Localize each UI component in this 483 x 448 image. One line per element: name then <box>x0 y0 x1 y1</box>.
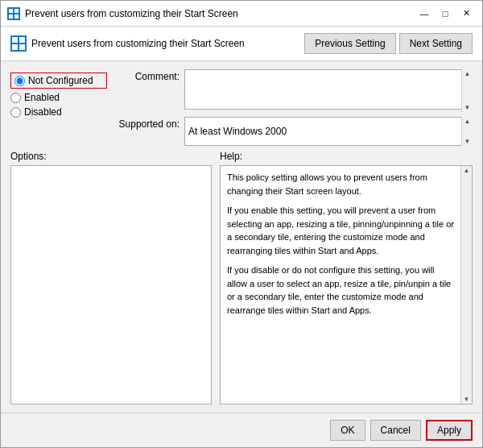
maximize-button[interactable]: □ <box>436 6 455 22</box>
supported-scroll-down: ▼ <box>464 137 472 146</box>
supported-on-value: At least Windows 2000 <box>188 126 301 137</box>
window-icon <box>7 7 20 20</box>
cancel-button[interactable]: Cancel <box>370 420 421 441</box>
comment-textarea[interactable] <box>184 69 473 110</box>
help-scroll-down: ▼ <box>463 395 471 404</box>
svg-rect-5 <box>19 37 25 43</box>
enabled-radio[interactable] <box>10 93 21 103</box>
title-bar-left: Prevent users from customizing their Sta… <box>7 7 238 20</box>
footer: OK Cancel Apply <box>1 413 482 447</box>
close-button[interactable]: ✕ <box>456 6 476 22</box>
not-configured-radio[interactable] <box>14 76 25 86</box>
help-label: Help: <box>220 151 473 162</box>
title-controls: — □ ✕ <box>415 6 476 22</box>
supported-scrollbar: ▲ ▼ <box>461 117 473 146</box>
help-paragraph-3: If you disable or do not configure this … <box>227 263 456 317</box>
next-setting-button[interactable]: Next Setting <box>399 33 473 54</box>
main-content: Not Configured Enabled Disabled Comment: <box>1 61 482 413</box>
help-paragraph-1: This policy setting allows you to preven… <box>227 171 456 197</box>
header-title: Prevent users from customizing their Sta… <box>31 38 245 49</box>
svg-rect-0 <box>9 9 13 13</box>
svg-rect-2 <box>9 15 13 19</box>
scroll-up-arrow: ▲ <box>464 69 472 78</box>
previous-setting-button[interactable]: Previous Setting <box>304 33 395 54</box>
disabled-label: Disabled <box>24 106 62 118</box>
apply-button[interactable]: Apply <box>426 420 473 441</box>
supported-on-box: At least Windows 2000 <box>184 117 473 146</box>
options-panel: Options: <box>10 151 212 404</box>
help-box: This policy setting allows you to preven… <box>220 165 473 404</box>
title-bar: Prevent users from customizing their Sta… <box>1 1 482 27</box>
svg-rect-3 <box>14 15 19 19</box>
comment-scrollbar: ▲ ▼ <box>461 69 473 112</box>
disabled-radio[interactable] <box>10 107 21 118</box>
comment-row: Comment: ▲ ▼ <box>115 69 473 112</box>
help-scroll-up: ▲ <box>463 166 471 175</box>
bottom-section: Options: Help: This policy setting allow… <box>10 151 473 404</box>
disabled-option[interactable]: Disabled <box>10 106 107 118</box>
window-title: Prevent users from customizing their Sta… <box>25 8 238 19</box>
enabled-option[interactable]: Enabled <box>10 92 107 103</box>
top-section: Not Configured Enabled Disabled Comment: <box>10 69 473 146</box>
svg-rect-6 <box>12 44 18 50</box>
svg-rect-7 <box>19 44 25 50</box>
right-section: Comment: ▲ ▼ Supported on: At <box>115 69 473 146</box>
scroll-down-arrow: ▼ <box>464 103 472 112</box>
minimize-button[interactable]: — <box>415 6 434 22</box>
svg-rect-4 <box>12 37 18 43</box>
main-window: Prevent users from customizing their Sta… <box>0 0 483 448</box>
options-box <box>10 165 212 404</box>
svg-rect-1 <box>14 9 19 13</box>
radio-group: Not Configured Enabled Disabled <box>10 69 107 146</box>
content-header-left: Prevent users from customizing their Sta… <box>10 35 245 52</box>
supported-scroll-up: ▲ <box>464 117 472 126</box>
not-configured-label: Not Configured <box>28 75 93 86</box>
content-header: Prevent users from customizing their Sta… <box>1 27 482 61</box>
header-buttons: Previous Setting Next Setting <box>304 33 473 54</box>
policy-icon <box>10 35 27 52</box>
ok-button[interactable]: OK <box>330 420 365 441</box>
help-scrollbar: ▲ ▼ <box>460 166 472 404</box>
help-panel: Help: This policy setting allows you to … <box>220 151 473 404</box>
help-paragraph-2: If you enable this setting, you will pre… <box>227 204 456 257</box>
help-text: This policy setting allows you to preven… <box>221 166 472 404</box>
enabled-label: Enabled <box>24 92 60 103</box>
comment-label: Comment: <box>115 69 180 82</box>
supported-on-row: Supported on: At least Windows 2000 ▲ ▼ <box>115 117 473 146</box>
options-label: Options: <box>10 151 212 162</box>
supported-on-label: Supported on: <box>115 117 180 130</box>
not-configured-option[interactable]: Not Configured <box>10 73 107 89</box>
